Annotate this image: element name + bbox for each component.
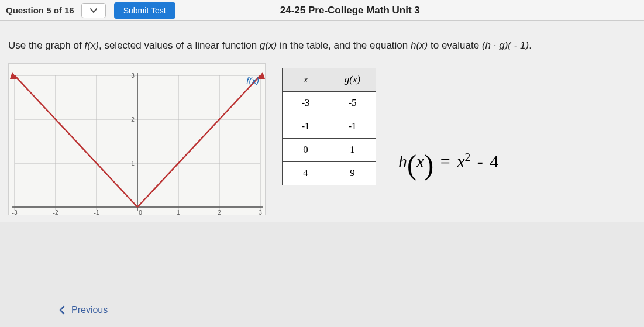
prompt-fx: f(x) xyxy=(84,40,99,51)
prompt-text: Use the graph of xyxy=(8,40,84,51)
prompt-expression: (h · g)( - 1) xyxy=(482,40,529,51)
prompt-text: . xyxy=(529,40,532,51)
graph-function-label: f(x) xyxy=(246,75,259,85)
table-header-x: x xyxy=(283,68,329,91)
chevron-down-icon xyxy=(89,6,98,15)
prompt-text: , selected values of a linear function xyxy=(99,40,260,51)
svg-text:0: 0 xyxy=(139,209,142,216)
table-header-gx: g(x) xyxy=(329,68,376,91)
eq-var: x xyxy=(416,152,424,171)
previous-label: Previous xyxy=(71,305,108,315)
previous-button[interactable]: Previous xyxy=(58,305,108,315)
table-row: 01 xyxy=(283,138,376,161)
svg-line-23 xyxy=(15,75,137,207)
prompt-text: to evaluate xyxy=(428,40,482,51)
svg-text:2: 2 xyxy=(218,209,221,216)
chevron-left-icon xyxy=(58,305,66,315)
svg-text:-2: -2 xyxy=(53,209,58,216)
eq-const: 4 xyxy=(490,152,498,171)
prompt-gx: g(x) xyxy=(260,40,277,51)
graph-f-of-x: -3-2-1 0123 123 f(x) xyxy=(8,63,266,215)
submit-test-button[interactable]: Submit Test xyxy=(114,2,175,19)
course-title: 24-25 Pre-College Math Unit 3 xyxy=(280,5,420,16)
svg-text:-1: -1 xyxy=(94,209,99,216)
question-counter: Question 5 of 16 xyxy=(5,5,81,15)
graph-svg: -3-2-1 0123 123 xyxy=(9,64,266,216)
prompt-text: in the table, and the equation xyxy=(277,40,411,51)
svg-text:2: 2 xyxy=(131,116,135,123)
eq-func: h xyxy=(398,152,407,171)
table-row: 49 xyxy=(283,161,376,185)
svg-text:3: 3 xyxy=(131,73,135,79)
question-prompt: Use the graph of f(x), selected values o… xyxy=(8,39,630,53)
svg-text:1: 1 xyxy=(177,209,180,216)
g-of-x-table: x g(x) -3-5 -1-1 01 49 xyxy=(282,68,376,185)
svg-line-24 xyxy=(137,75,260,207)
eq-exp: 2 xyxy=(465,151,471,163)
eq-op: - xyxy=(475,152,485,171)
svg-text:1: 1 xyxy=(131,160,135,167)
question-content: Use the graph of f(x), selected values o… xyxy=(0,21,644,222)
question-dropdown-button[interactable] xyxy=(81,3,106,18)
table-row: -1-1 xyxy=(283,115,376,138)
top-bar: Question 5 of 16 Submit Test 24-25 Pre-C… xyxy=(0,0,644,21)
eq-base: x xyxy=(457,152,464,171)
prompt-hx: h(x) xyxy=(411,40,428,51)
svg-text:-3: -3 xyxy=(12,209,18,216)
svg-text:3: 3 xyxy=(259,209,262,216)
h-of-x-equation: h(x) = x2 - 4 xyxy=(398,151,498,171)
table-row: -3-5 xyxy=(283,91,376,115)
